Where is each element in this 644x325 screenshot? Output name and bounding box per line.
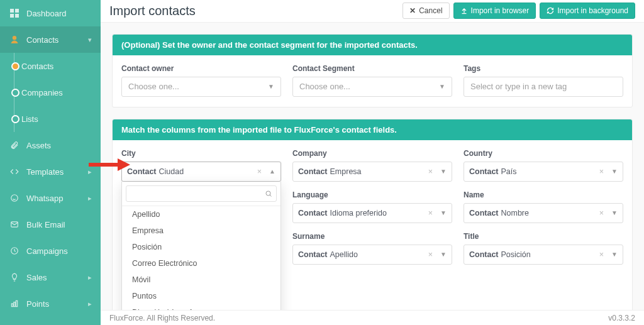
clear-icon[interactable]: × [426,250,435,259]
mapping-company: Company Contact Empresa × ▼ Language Con… [292,149,452,265]
mapping-select-country[interactable]: Contact País × ▼ [464,162,623,182]
dropdown-option[interactable]: Apellido [122,206,280,223]
chevron-down-icon: ▼ [438,209,447,216]
paperclip-icon [9,140,20,151]
chevron-down-icon: ▼ [439,83,445,90]
dropdown-option[interactable]: Móvil [122,272,280,288]
sidebar-item-label: Assets [26,141,92,150]
refresh-icon [547,7,554,14]
sidebar-item-templates[interactable]: Templates ▸ [0,158,101,185]
bulb-icon [9,272,20,283]
sidebar-item-bulk-email[interactable]: Bulk Email [0,211,101,238]
button-label: Import in background [557,6,628,15]
panel-field-mapping: Match the columns from the imported file… [112,119,633,310]
select-group: Contact [127,167,157,176]
sidebar-item-dashboard[interactable]: Dashboard [0,0,101,26]
mapping-country: Country Contact País × ▼ Name Contact [464,149,623,265]
select-group: Contact [469,209,499,218]
chevron-up-icon: ▲ [267,168,275,175]
mapping-select-surname[interactable]: Contact Apellido × ▼ [292,245,452,265]
footer-version: v0.3.3.2 [608,314,635,322]
input-placeholder: Select or type in a new tag [470,82,616,91]
svg-point-11 [266,191,270,196]
field-label: City [121,149,281,158]
sidebar-item-label: Lists [21,114,38,124]
field-label: Title [464,232,623,241]
contact-segment-select[interactable]: Choose one... ▼ [292,77,452,97]
mapping-select-city[interactable]: Contact Ciudad × ▲ [121,162,281,182]
sidebar-item-label: Sales [26,273,88,282]
sidebar-item-assets[interactable]: Assets [0,132,101,158]
panel-title: (Optional) Set the owner and the contact… [113,35,632,55]
import-background-button[interactable]: Import in background [540,3,635,19]
chevron-down-icon: ▼ [438,168,447,175]
dropdown-option[interactable]: Empresa [122,223,280,239]
grid-icon [9,8,20,19]
sidebar-submenu-contacts: Contacts Companies Lists [0,53,101,132]
mapping-select-company[interactable]: Contact Empresa × ▼ [292,162,452,182]
page-header: Import contacts ✕ Cancel Import in brows… [101,0,644,23]
svg-rect-3 [15,14,19,18]
svg-point-4 [13,36,16,40]
svg-rect-9 [14,302,15,307]
svg-rect-2 [10,14,14,18]
sidebar-item-campaigns[interactable]: Campaigns [0,238,101,264]
select-value: Ciudad [159,167,184,176]
select-group: Contact [298,250,328,259]
search-icon [265,190,272,197]
clear-icon[interactable]: × [426,167,435,176]
clear-icon[interactable]: × [426,209,435,218]
svg-rect-10 [16,300,17,306]
content: (Optional) Set the owner and the contact… [101,23,644,310]
contact-owner-select[interactable]: Choose one... ▼ [121,77,281,97]
sidebar-item-whatsapp[interactable]: Whatsapp ▸ [0,185,101,211]
select-value: Apellido [330,250,358,259]
dropdown-option[interactable]: Dirección Línea 1 [122,304,280,310]
clear-icon[interactable]: × [597,250,606,259]
chevron-right-icon: ▸ [88,273,92,282]
chevron-down-icon: ▼ [609,251,618,258]
select-value: Posición [501,250,531,259]
sidebar-item-contacts[interactable]: Contacts ▾ [0,26,101,53]
mapping-select-name[interactable]: Contact Nombre × ▼ [464,203,623,223]
close-icon: ✕ [409,6,416,15]
select-value: Nombre [501,209,529,218]
import-browser-button[interactable]: Import in browser [453,3,536,19]
field-contact-owner: Contact owner Choose one... ▼ [121,64,281,97]
sidebar-subitem-companies[interactable]: Companies [0,79,101,106]
cancel-button[interactable]: ✕ Cancel [402,3,449,19]
select-value: Idioma preferido [330,209,387,218]
sidebar-subitem-contacts[interactable]: Contacts [0,53,101,79]
header-actions: ✕ Cancel Import in browser Import in bac… [402,3,635,19]
clear-icon[interactable]: × [255,167,264,176]
mapping-select-title[interactable]: Contact Posición × ▼ [464,245,623,265]
select-value: País [501,167,517,176]
field-tags: Tags Select or type in a new tag [464,64,623,97]
sidebar-item-label: Bulk Email [26,220,92,229]
sidebar-subitem-lists[interactable]: Lists [0,106,101,132]
sidebar-item-points[interactable]: Points ▸ [0,290,101,317]
whatsapp-icon [9,192,20,204]
code-icon [9,166,20,177]
svg-rect-0 [10,9,14,13]
dropdown-option[interactable]: Puntos [122,288,280,304]
sidebar-item-sales[interactable]: Sales ▸ [0,264,101,290]
select-group: Contact [298,209,328,218]
dropdown-search-input[interactable] [130,189,265,198]
select-group: Contact [298,167,328,176]
chevron-down-icon: ▼ [609,168,618,175]
clear-icon[interactable]: × [597,167,606,176]
chevron-right-icon: ▸ [88,300,92,308]
tags-input[interactable]: Select or type in a new tag [464,77,623,97]
field-label: Contact Segment [292,64,452,73]
user-icon [9,34,20,45]
mapping-select-language[interactable]: Contact Idioma preferido × ▼ [292,203,452,223]
clear-icon[interactable]: × [597,209,606,218]
dropdown-option[interactable]: Posición [122,239,280,255]
field-label: Language [292,190,452,199]
select-group: Contact [469,167,499,176]
chevron-down-icon: ▼ [268,83,274,90]
dropdown-option[interactable]: Correo Electrónico [122,255,280,272]
footer-text: FluxForce. All Rights Reserved. [109,314,215,322]
field-label: Country [464,149,623,158]
